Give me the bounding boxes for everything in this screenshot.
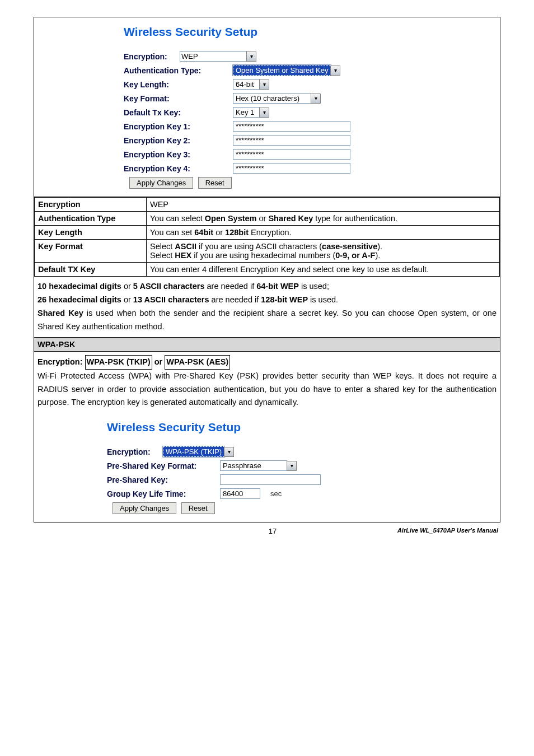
psk-input[interactable] bbox=[220, 474, 321, 485]
table-row: Default TX KeyYou can enter 4 different … bbox=[35, 263, 500, 277]
wpa-setup-screenshot: Wireless Security Setup Encryption: WPA-… bbox=[34, 413, 500, 522]
chevron-down-icon[interactable]: ▾ bbox=[330, 66, 340, 76]
apply-changes-button[interactable]: Apply Changes bbox=[129, 177, 193, 189]
enc-key2-label: Encryption Key 2: bbox=[124, 136, 233, 145]
table-row: Key Length You can set 64bit or 128bit E… bbox=[35, 226, 500, 240]
manual-title: AirLive WL_5470AP User's Manual bbox=[397, 527, 498, 535]
chevron-down-icon[interactable]: ▾ bbox=[287, 461, 297, 471]
enc-key3-input[interactable] bbox=[233, 149, 350, 160]
chevron-down-icon[interactable]: ▾ bbox=[224, 447, 234, 457]
default-tx-select[interactable]: Key 1 bbox=[233, 107, 260, 118]
wpa-aes-badge: WPA-PSK (AES) bbox=[165, 355, 230, 370]
gkl-label: Group Key Life Time: bbox=[107, 489, 220, 498]
psk-format-label: Pre-Shared Key Format: bbox=[107, 461, 220, 470]
psk-label: Pre-Shared Key: bbox=[107, 475, 220, 484]
psk-format-select[interactable]: Passphrase bbox=[220, 460, 287, 471]
wpa-tkip-badge: WPA-PSK (TKIP) bbox=[85, 355, 152, 370]
table-row: Key Format Select ASCII if you are using… bbox=[35, 240, 500, 263]
encryption-select[interactable]: WEP bbox=[180, 51, 247, 62]
wpa-psk-header: WPA-PSK bbox=[34, 337, 500, 352]
key-length-label: Key Length: bbox=[124, 80, 233, 89]
wep-desc-table: EncryptionWEP Authentication Type You ca… bbox=[34, 197, 500, 277]
gkl-unit: sec bbox=[270, 489, 282, 498]
chevron-down-icon[interactable]: ▾ bbox=[259, 108, 269, 118]
panel1-title: Wireless Security Setup bbox=[124, 25, 437, 39]
chevron-down-icon[interactable]: ▾ bbox=[311, 94, 321, 104]
encryption2-label: Encryption: bbox=[107, 447, 163, 456]
key-format-select[interactable]: Hex (10 characters) bbox=[233, 93, 311, 104]
table-row: Authentication Type You can select Open … bbox=[35, 212, 500, 226]
gkl-input[interactable] bbox=[220, 488, 260, 499]
page-number: 17 bbox=[148, 527, 397, 535]
auth-type-select[interactable]: Open System or Shared Key bbox=[233, 65, 331, 76]
table-row: EncryptionWEP bbox=[35, 198, 500, 212]
auth-type-label: Authentication Type: bbox=[124, 66, 233, 75]
wep-setup-screenshot: Wireless Security Setup Encryption: WEP▾… bbox=[34, 17, 500, 197]
enc-key1-label: Encryption Key 1: bbox=[124, 122, 233, 131]
panel2-title: Wireless Security Setup bbox=[107, 421, 420, 434]
enc-key4-input[interactable] bbox=[233, 163, 350, 174]
enc-key1-input[interactable] bbox=[233, 121, 350, 132]
encryption-label: Encryption: bbox=[124, 52, 180, 61]
key-length-select[interactable]: 64-bit bbox=[233, 79, 260, 90]
reset-button-2[interactable]: Reset bbox=[181, 502, 215, 514]
chevron-down-icon[interactable]: ▾ bbox=[259, 80, 269, 90]
chevron-down-icon[interactable]: ▾ bbox=[246, 52, 256, 62]
reset-button[interactable]: Reset bbox=[198, 177, 232, 189]
enc-key4-label: Encryption Key 4: bbox=[124, 164, 233, 173]
wpa-psk-intro: Encryption: WPA-PSK (TKIP) or WPA-PSK (A… bbox=[34, 352, 500, 413]
default-tx-label: Default Tx Key: bbox=[124, 108, 233, 117]
enc-key2-input[interactable] bbox=[233, 135, 350, 146]
enc-key3-label: Encryption Key 3: bbox=[124, 150, 233, 159]
apply-changes-button-2[interactable]: Apply Changes bbox=[113, 502, 176, 514]
encryption2-select[interactable]: WPA-PSK (TKIP) bbox=[163, 446, 224, 457]
key-format-label: Key Format: bbox=[124, 94, 233, 103]
wep-notes-paragraph: 10 hexadecimal digits or 5 ASCII charact… bbox=[34, 277, 500, 337]
